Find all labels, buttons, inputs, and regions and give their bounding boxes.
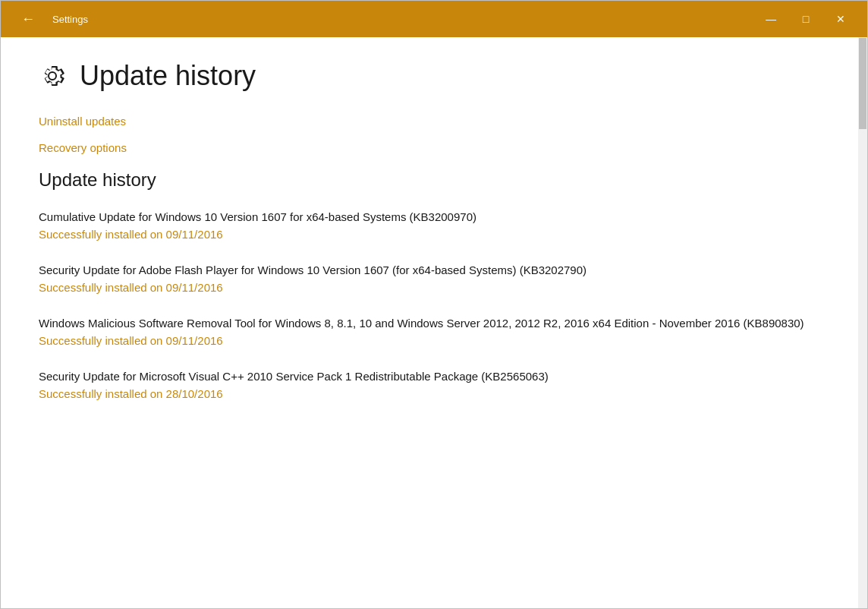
recovery-options-link[interactable]: Recovery options bbox=[39, 141, 820, 154]
maximize-icon: □ bbox=[803, 13, 809, 25]
maximize-button[interactable]: □ bbox=[788, 1, 823, 37]
page-title: Update history bbox=[80, 60, 256, 92]
update-item-2: Windows Malicious Software Removal Tool … bbox=[39, 315, 820, 347]
update-name-2: Windows Malicious Software Removal Tool … bbox=[39, 315, 820, 331]
update-name-3: Security Update for Microsoft Visual C++… bbox=[39, 368, 820, 384]
main-content: Update history Uninstall updates Recover… bbox=[1, 37, 858, 608]
close-button[interactable]: ✕ bbox=[823, 1, 858, 37]
update-status-1: Successfully installed on 09/11/2016 bbox=[39, 281, 820, 294]
scrollbar-thumb[interactable] bbox=[859, 38, 866, 129]
back-icon: ← bbox=[21, 11, 35, 27]
update-name-0: Cumulative Update for Windows 10 Version… bbox=[39, 209, 820, 225]
close-icon: ✕ bbox=[836, 13, 845, 25]
back-button[interactable]: ← bbox=[10, 1, 46, 37]
update-status-2: Successfully installed on 09/11/2016 bbox=[39, 334, 820, 347]
update-item-0: Cumulative Update for Windows 10 Version… bbox=[39, 209, 820, 241]
update-name-1: Security Update for Adobe Flash Player f… bbox=[39, 262, 820, 278]
window-title: Settings bbox=[52, 14, 753, 25]
update-item-1: Security Update for Adobe Flash Player f… bbox=[39, 262, 820, 294]
app-window: ← Settings — □ ✕ Update history bbox=[0, 0, 868, 609]
window-controls: — □ ✕ bbox=[753, 1, 858, 37]
page-header: Update history bbox=[39, 60, 820, 92]
section-title: Update history bbox=[39, 169, 820, 191]
scrollbar-track[interactable] bbox=[858, 37, 867, 608]
minimize-icon: — bbox=[766, 13, 776, 25]
titlebar: ← Settings — □ ✕ bbox=[1, 1, 867, 37]
content-area: Update history Uninstall updates Recover… bbox=[1, 37, 867, 608]
gear-icon bbox=[39, 62, 66, 90]
uninstall-updates-link[interactable]: Uninstall updates bbox=[39, 115, 820, 128]
update-status-0: Successfully installed on 09/11/2016 bbox=[39, 228, 820, 241]
update-status-3: Successfully installed on 28/10/2016 bbox=[39, 387, 820, 400]
minimize-button[interactable]: — bbox=[753, 1, 788, 37]
update-item-3: Security Update for Microsoft Visual C++… bbox=[39, 368, 820, 400]
